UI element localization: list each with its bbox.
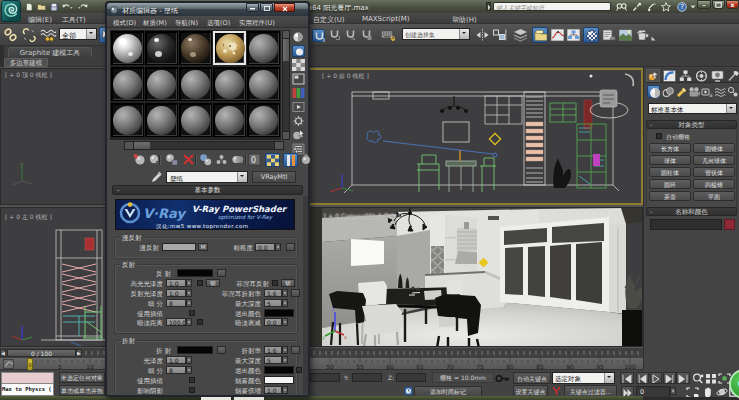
mated-menu-modes[interactable]: 模式(D) [113,19,136,28]
max-depth-spinner[interactable] [282,299,288,307]
selection-filter-dropdown[interactable]: 全部 [59,28,97,40]
mated-menu-options[interactable]: 选项(O) [207,19,230,28]
x-coordinate-field[interactable] [310,373,340,382]
next-frame-button[interactable] [663,372,676,384]
sample-slot[interactable] [145,67,178,101]
communication-center-icon[interactable] [647,2,659,12]
roughness-map-button[interactable] [286,243,295,251]
diffuse-map-m-button[interactable]: M [198,243,208,251]
create-tube-button[interactable]: 管状体 [693,167,735,177]
roughness-spinner[interactable] [275,243,281,251]
vscroll-up-arrow[interactable] [283,31,289,39]
save-icon[interactable] [50,3,58,11]
dim-distance-spinner[interactable] [186,318,192,326]
close-button[interactable]: x [726,0,739,9]
reflect-map-button[interactable] [217,269,226,277]
material-editor-close-button[interactable] [274,3,295,12]
snap-toggle-3d-icon[interactable]: 3 [312,29,325,42]
object-color-swatch[interactable] [724,219,735,230]
track-bar[interactable]: 0 5 10 50 55 60 65 70 75 80 85 90 95 100… [0,357,643,370]
refract-color-swatch[interactable] [177,346,213,354]
material-name-dropdown[interactable]: 壁纸 [166,171,248,183]
tab-display[interactable] [710,69,724,82]
exit-color-swatch[interactable] [264,309,294,317]
angle-snap-icon[interactable] [329,29,342,42]
unlink-icon[interactable] [21,27,37,43]
named-selection-set-dropdown[interactable]: 创建选择集 [402,28,470,40]
bind-to-spacewarp-icon[interactable] [40,27,56,43]
assign-material-icon[interactable] [165,153,178,166]
dim-distance-checkbox[interactable] [197,319,203,325]
use-interpolation-checkbox[interactable] [189,310,195,316]
mated-menu-navigation[interactable]: 导航(N) [175,19,198,28]
hilight-glossiness-field[interactable]: 1.0 [166,279,186,287]
vscroll-down-arrow[interactable] [283,131,289,139]
go-to-parent-icon[interactable] [300,153,312,166]
background-icon[interactable] [292,59,305,71]
viewport-camera-label[interactable]: [ + 0 Camera001 0 真实 ] [324,212,400,221]
create-sphere-button[interactable]: 球体 [649,155,691,165]
roughness-field[interactable]: 0.0 [255,243,275,251]
fresnel-ior-spinner[interactable] [282,289,288,297]
material-editor-maximize-button[interactable] [260,3,273,12]
search-icon[interactable] [616,2,628,12]
ior-field[interactable]: 1.6 [264,346,282,354]
hscroll-thumb[interactable] [134,142,150,149]
fog-multiplier-field[interactable]: 1.0 [264,386,282,394]
redo-icon[interactable] [77,3,88,11]
refr-use-interp-checkbox[interactable] [189,377,195,383]
open-mini-curve-editor-icon[interactable] [3,359,14,369]
hilight-glossiness-spinner[interactable] [186,279,192,287]
ribbon-tab-graphite[interactable]: Graphite 建模工具 [8,47,92,57]
show-map-in-viewport-icon[interactable] [265,153,280,167]
sample-slot[interactable] [111,67,144,101]
category-spacewarps[interactable] [713,85,726,98]
primitive-type-dropdown[interactable]: 标准基本体 [648,103,737,114]
ribbon-subtab-polygon-modeling[interactable]: 多边形建模 [4,58,48,67]
align-icon[interactable] [492,27,508,43]
render-production-icon[interactable] [634,27,650,43]
tab-create[interactable] [646,69,660,82]
show-end-result-icon[interactable] [283,153,298,167]
affect-shadows-checkbox[interactable] [189,387,195,393]
make-preview-icon[interactable] [292,101,305,113]
material-id-channel-icon[interactable] [231,153,244,166]
time-slider-prev-button[interactable]: ◀ [0,349,6,357]
dim-falloff-field[interactable]: 0.0 [264,318,282,326]
fresnel-checkbox[interactable] [272,280,278,286]
material-editor-minimize-button[interactable] [246,3,259,12]
fog-multiplier-spinner[interactable] [282,386,288,394]
subdivs-spinner[interactable] [186,299,192,307]
sample-slot-wallpaper-active[interactable] [213,31,246,65]
reflect-color-swatch[interactable] [177,269,213,277]
time-slider-handle[interactable]: 0 / 100 [7,349,76,357]
hscroll-left-arrow[interactable] [125,142,134,149]
sample-slots-vscrollbar[interactable] [282,30,290,140]
favorites-star-icon[interactable] [661,2,673,12]
video-color-check-icon[interactable] [292,87,305,99]
fresnel-ior-map-button[interactable] [291,289,300,297]
mirror-icon[interactable] [475,27,491,43]
z-coordinate-field[interactable] [396,373,426,382]
category-helpers[interactable]: a [700,85,713,98]
parameters-scrollbar[interactable] [303,196,308,394]
category-systems[interactable] [726,85,739,98]
object-type-rollout-header[interactable]: -对象类型 [646,120,737,129]
application-menu-button[interactable] [1,0,21,22]
render-flyout-arrow[interactable] [651,36,656,41]
percent-snap-icon[interactable]: % [345,29,358,42]
go-to-end-button[interactable] [676,372,690,384]
category-lights[interactable] [674,85,687,98]
tab-hierarchy[interactable] [678,69,692,82]
sample-slot[interactable] [111,31,144,65]
maxscript-listener-field[interactable]: Max to Physcs ( [1,384,54,396]
rendered-frame-window-icon[interactable] [618,27,634,43]
hscroll-right-arrow[interactable] [274,142,283,149]
refr-glossiness-spinner[interactable] [186,356,192,364]
subdivs-field[interactable]: 8 [166,299,186,307]
open-file-icon[interactable] [37,3,46,11]
reset-map-icon[interactable] [182,153,195,166]
previous-frame-button[interactable] [636,372,649,384]
category-cameras[interactable] [687,85,700,98]
fresnel-lock-button[interactable]: 锁 [281,279,295,287]
